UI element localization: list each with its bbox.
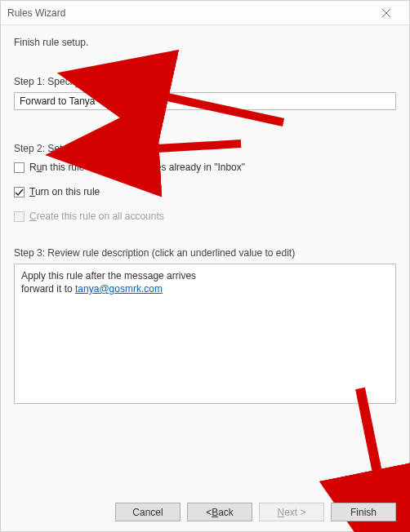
close-button[interactable] <box>370 2 403 24</box>
run-now-label: Run this rule now on messages already in… <box>29 161 245 174</box>
rule-name-input[interactable] <box>14 92 396 110</box>
step3-label: Step 3: Review rule description (click a… <box>14 247 396 259</box>
step2-section: Step 2: Setup rule options Run this rule… <box>14 143 396 223</box>
step1-section: Step 1: Specify a name for this rule <box>14 76 396 110</box>
step3-section: Step 3: Review rule description (click a… <box>14 247 396 404</box>
close-icon <box>382 9 390 17</box>
step2-label: Step 2: Setup rule options <box>14 143 396 154</box>
run-now-checkbox[interactable] <box>14 162 25 173</box>
wizard-heading: Finish rule setup. <box>14 37 396 48</box>
finish-button[interactable]: Finish <box>331 503 396 521</box>
forward-email-link[interactable]: tanya@gosmrk.com <box>75 283 163 295</box>
turn-on-row: Turn on this rule <box>14 185 396 198</box>
window-title: Rules Wizard <box>7 7 370 19</box>
turn-on-label: Turn on this rule <box>29 185 100 198</box>
all-accounts-label: Create this rule on all accounts <box>29 210 164 223</box>
rule-desc-line1: Apply this rule after the message arrive… <box>21 269 389 282</box>
rule-desc-line2: forward it to tanya@gosmrk.com <box>21 282 389 295</box>
button-row: Cancel < Back Next > Finish <box>1 503 409 521</box>
all-accounts-row: Create this rule on all accounts <box>14 210 396 223</box>
wizard-window: Rules Wizard Finish rule setup. Step 1: … <box>0 0 410 532</box>
next-button: Next > <box>259 503 324 521</box>
all-accounts-checkbox <box>14 211 25 222</box>
step1-label: Step 1: Specify a name for this rule <box>14 76 396 87</box>
cancel-button[interactable]: Cancel <box>115 503 180 521</box>
checkmark-icon <box>15 188 24 197</box>
rule-description-box: Apply this rule after the message arrive… <box>14 264 396 404</box>
back-button[interactable]: < Back <box>187 503 252 521</box>
titlebar: Rules Wizard <box>1 1 409 25</box>
run-now-row: Run this rule now on messages already in… <box>14 161 396 174</box>
turn-on-checkbox[interactable] <box>14 187 25 197</box>
content-area: Finish rule setup. Step 1: Specify a nam… <box>1 25 409 404</box>
